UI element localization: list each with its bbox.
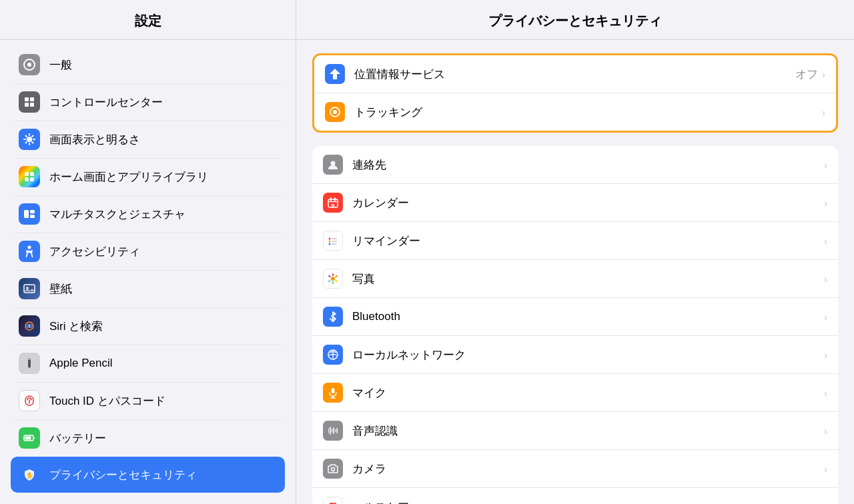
row-tracking[interactable]: トラッキング › (314, 93, 836, 131)
sidebar-item-privacy[interactable]: ✋ プライバシーとセキュリティ (11, 457, 285, 493)
svg-rect-19 (24, 210, 29, 218)
location-services-value: オフ (795, 67, 818, 82)
bluetooth-chevron: › (824, 311, 827, 323)
sidebar-item-wallpaper-label: 壁紙 (49, 281, 72, 297)
svg-point-6 (27, 137, 32, 142)
multitask-icon (19, 203, 40, 225)
svg-rect-16 (30, 172, 34, 176)
row-reminders[interactable]: リマインダー › (312, 221, 838, 259)
svg-rect-32 (28, 358, 31, 360)
main-title: プライバシーとセキュリティ (296, 0, 854, 40)
control-center-icon (19, 91, 40, 113)
svg-line-14 (26, 142, 27, 143)
svg-rect-47 (332, 238, 337, 239)
sidebar-item-battery[interactable]: バッテリー (11, 419, 285, 456)
svg-point-57 (328, 280, 331, 283)
camera-icon (323, 459, 343, 479)
microphone-label: マイク (352, 385, 824, 401)
sidebar-item-home-screen[interactable]: ホーム画面とアプリライブラリ (11, 158, 285, 195)
row-camera[interactable]: カメラ › (312, 449, 838, 487)
svg-line-13 (32, 136, 33, 137)
svg-rect-21 (30, 215, 35, 218)
svg-rect-5 (30, 103, 34, 107)
svg-point-22 (28, 246, 31, 249)
reminders-chevron: › (824, 235, 827, 247)
photos-icon (323, 269, 343, 289)
contacts-icon (323, 155, 343, 175)
svg-text:▦: ▦ (331, 203, 335, 207)
row-photos[interactable]: 写真 › (312, 259, 838, 297)
sidebar-item-display[interactable]: 画面表示と明るさ (11, 121, 285, 157)
tracking-label: トラッキング (354, 105, 822, 120)
wallpaper-icon (19, 278, 40, 299)
sidebar-item-accessibility[interactable]: アクセシビリティ (11, 233, 285, 269)
speech-label: 音声認識 (352, 423, 824, 439)
privacy-icon: ✋ (19, 464, 40, 485)
photos-chevron: › (824, 273, 827, 285)
row-local-network[interactable]: ローカルネットワーク › (312, 335, 838, 373)
svg-point-55 (335, 280, 338, 283)
sidebar-item-apple-pencil[interactable]: Apple Pencil (11, 345, 285, 381)
svg-rect-51 (332, 243, 337, 245)
sidebar-item-control-center-label: コントロールセンター (49, 95, 163, 110)
siri-icon (19, 315, 40, 337)
microphone-icon (323, 383, 343, 403)
row-health[interactable]: ヘルスケア › (312, 487, 838, 504)
row-calendar[interactable]: ▦ カレンダー › (312, 183, 838, 221)
general-icon (19, 54, 40, 75)
svg-text:✋: ✋ (26, 471, 34, 479)
sidebar-item-privacy-label: プライバシーとセキュリティ (49, 467, 197, 483)
touch-id-icon (19, 390, 40, 411)
sidebar-item-general[interactable]: 一般 (11, 47, 285, 83)
svg-rect-18 (30, 177, 34, 181)
svg-point-53 (332, 273, 334, 276)
svg-point-40 (331, 161, 336, 166)
tracking-icon (325, 102, 345, 122)
row-bluetooth[interactable]: Bluetooth › (312, 297, 838, 335)
sidebar-item-control-center[interactable]: コントロールセンター (11, 83, 285, 120)
camera-chevron: › (824, 463, 827, 475)
health-label: ヘルスケア (352, 499, 824, 505)
svg-line-24 (31, 253, 33, 257)
battery-icon (19, 427, 40, 449)
sidebar-item-touch-id[interactable]: Touch ID とパスコード (11, 382, 285, 419)
svg-point-46 (329, 238, 331, 240)
calendar-label: カレンダー (352, 195, 824, 211)
row-microphone[interactable]: マイク › (312, 373, 838, 411)
svg-rect-36 (33, 437, 35, 439)
svg-rect-69 (337, 428, 338, 433)
sidebar-item-battery-label: バッテリー (49, 431, 106, 446)
svg-point-56 (332, 281, 334, 284)
calendar-icon: ▦ (323, 193, 343, 213)
svg-point-58 (328, 275, 331, 277)
sidebar-item-apple-pencil-label: Apple Pencil (49, 357, 113, 370)
row-contacts[interactable]: 連絡先 › (312, 146, 838, 183)
svg-line-23 (27, 253, 28, 257)
svg-rect-4 (25, 103, 29, 107)
sidebar-title: 設定 (0, 0, 296, 40)
calendar-chevron: › (824, 197, 827, 209)
svg-rect-65 (330, 427, 332, 435)
svg-rect-15 (25, 172, 29, 176)
sidebar-item-wallpaper[interactable]: 壁紙 (11, 270, 285, 307)
row-location-services[interactable]: 位置情報サービス オフ › (314, 55, 836, 93)
svg-point-52 (331, 277, 335, 281)
row-speech[interactable]: 音声認識 › (312, 411, 838, 449)
sidebar-item-touch-id-label: Touch ID とパスコード (49, 393, 165, 409)
location-services-chevron: › (822, 69, 825, 80)
svg-rect-64 (328, 428, 330, 433)
main-panel: プライバシーとセキュリティ 位置情報サービス オフ › (296, 0, 854, 504)
sidebar-item-general-label: 一般 (49, 57, 72, 73)
sidebar-item-home-screen-label: ホーム画面とアプリライブラリ (49, 169, 208, 185)
svg-rect-3 (30, 97, 34, 101)
svg-rect-68 (335, 429, 336, 432)
speech-chevron: › (824, 425, 827, 437)
accessibility-icon (19, 241, 40, 262)
svg-point-70 (332, 468, 335, 471)
local-network-icon (323, 345, 343, 365)
svg-line-12 (32, 142, 33, 143)
sidebar-item-siri[interactable]: Siri と検索 (11, 307, 285, 344)
display-icon (19, 129, 40, 150)
location-services-icon (325, 64, 345, 84)
sidebar-item-multitask[interactable]: マルチタスクとジェスチャ (11, 195, 285, 232)
